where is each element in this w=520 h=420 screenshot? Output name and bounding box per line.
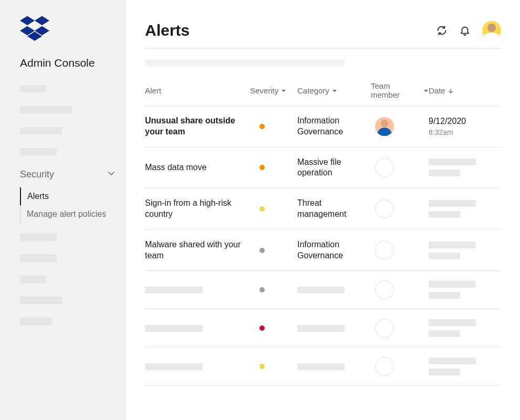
- caret-down-icon: [281, 86, 286, 95]
- notifications-button[interactable]: [459, 25, 471, 36]
- col-header-alert[interactable]: Alert: [145, 86, 250, 95]
- severity-dot: [259, 165, 265, 170]
- table-row[interactable]: [145, 270, 501, 309]
- alert-category: Information Governance: [297, 239, 371, 261]
- divider: [145, 48, 501, 49]
- col-header-severity[interactable]: Severity: [250, 86, 297, 95]
- text-placeholder: [297, 287, 345, 293]
- bell-icon: [459, 25, 471, 36]
- text-placeholder: [429, 330, 460, 337]
- nav-item-placeholder: [20, 255, 57, 262]
- caret-down-icon: [332, 86, 337, 95]
- nav-item-placeholder: [20, 276, 46, 283]
- text-placeholder: [429, 159, 476, 165]
- table-row[interactable]: Malware shared with your teamInformation…: [145, 229, 501, 271]
- text-placeholder: [297, 325, 345, 332]
- subnav-item-label: Alerts: [27, 192, 49, 201]
- alert-name: Sign-in from a high-risk country: [145, 198, 250, 220]
- refresh-icon: [436, 25, 448, 36]
- text-placeholder: [145, 287, 203, 293]
- severity-dot: [259, 364, 265, 369]
- severity-dot: [259, 326, 265, 331]
- arrow-down-icon: [448, 86, 453, 95]
- nav-item-placeholder: [20, 318, 51, 325]
- nav-item-placeholder: [20, 127, 62, 134]
- header-actions: [436, 21, 501, 40]
- col-header-category[interactable]: Category: [297, 86, 371, 95]
- sidebar: Admin Console Security Alerts Manage ale…: [0, 0, 126, 420]
- text-placeholder: [429, 292, 460, 299]
- subnav-alerts[interactable]: Alerts: [20, 187, 126, 205]
- member-avatar-placeholder: [375, 357, 394, 376]
- caret-down-icon: [423, 86, 429, 95]
- page-title: Alerts: [145, 22, 190, 39]
- nav-item-placeholder: [20, 297, 62, 304]
- text-placeholder: [429, 281, 476, 288]
- sidebar-item-label: Security: [20, 169, 54, 180]
- text-placeholder: [429, 358, 476, 364]
- nav-item-placeholder: [20, 234, 57, 241]
- text-placeholder: [145, 325, 203, 332]
- alert-time: 8:32am: [429, 128, 497, 136]
- svg-marker-0: [20, 16, 35, 25]
- text-placeholder: [429, 211, 460, 218]
- page-header: Alerts: [145, 21, 501, 40]
- alert-name: Malware shared with your team: [145, 239, 250, 261]
- alert-name: Mass data move: [145, 162, 250, 173]
- svg-marker-1: [35, 16, 49, 25]
- nav-item-placeholder: [20, 106, 72, 113]
- severity-dot: [259, 124, 265, 129]
- alert-date: 9/12/2020: [429, 117, 497, 126]
- col-header-team-member[interactable]: Team member: [371, 81, 429, 99]
- alerts-table-body: Unusual share outside your teamInformati…: [145, 106, 501, 386]
- text-placeholder: [145, 363, 203, 370]
- text-placeholder: [429, 200, 476, 207]
- table-row[interactable]: [145, 309, 501, 347]
- alert-category: Information Governance: [297, 116, 371, 138]
- text-placeholder: [429, 170, 460, 176]
- chevron-down-icon: [107, 169, 116, 180]
- dropbox-logo-icon: [20, 16, 126, 41]
- col-header-date[interactable]: Date: [429, 86, 497, 95]
- subnav-item-label: Manage alert policies: [27, 209, 106, 219]
- table-row[interactable]: Sign-in from a high-risk countryThreat m…: [145, 188, 501, 229]
- subnav-manage-policies[interactable]: Manage alert policies: [20, 205, 126, 223]
- sidebar-item-security[interactable]: Security: [20, 169, 116, 180]
- member-avatar-placeholder: [375, 319, 394, 338]
- text-placeholder: [429, 253, 460, 259]
- severity-dot: [259, 248, 265, 253]
- text-placeholder: [297, 363, 345, 370]
- member-avatar[interactable]: [375, 117, 394, 136]
- nav-item-placeholder: [20, 85, 46, 92]
- table-row[interactable]: Unusual share outside your teamInformati…: [145, 106, 501, 147]
- main-content: Alerts Alert: [126, 0, 520, 420]
- sidebar-title: Admin Console: [20, 57, 126, 69]
- severity-dot: [259, 287, 265, 292]
- alert-category: Massive file operation: [297, 157, 371, 179]
- severity-dot: [259, 206, 265, 212]
- filter-bar-placeholder: [145, 59, 345, 67]
- member-avatar-placeholder: [375, 241, 394, 260]
- text-placeholder: [429, 319, 476, 326]
- nav-item-placeholder: [20, 148, 57, 155]
- alert-category: Threat management: [297, 198, 371, 220]
- text-placeholder: [429, 369, 460, 375]
- member-avatar-placeholder: [375, 158, 394, 177]
- text-placeholder: [429, 242, 476, 248]
- member-avatar-placeholder: [375, 200, 394, 218]
- member-avatar-placeholder: [375, 280, 394, 299]
- table-row[interactable]: Mass data moveMassive file operation: [145, 147, 501, 188]
- alert-name: Unusual share outside your team: [145, 116, 250, 138]
- user-avatar[interactable]: [482, 21, 501, 40]
- table-row[interactable]: [145, 347, 501, 386]
- refresh-button[interactable]: [436, 25, 448, 36]
- alerts-table-header: Alert Severity Category Team member Date: [145, 81, 501, 106]
- security-subnav: Alerts Manage alert policies: [20, 187, 126, 223]
